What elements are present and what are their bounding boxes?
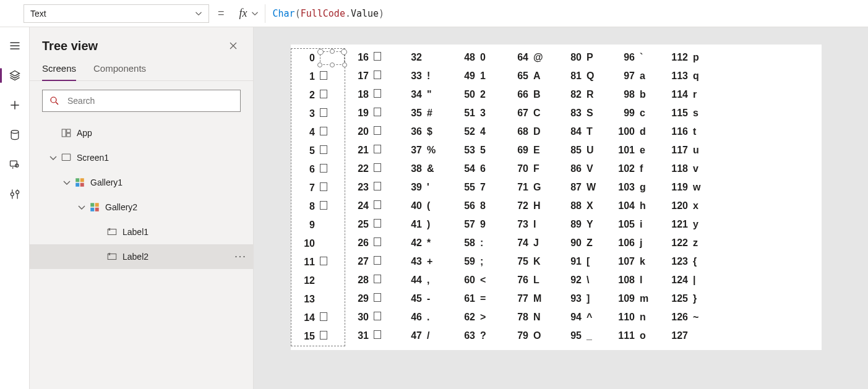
ascii-cell[interactable]: 116t (664, 122, 718, 141)
ascii-cell[interactable]: 8 (291, 197, 345, 216)
property-selector[interactable]: Text (24, 4, 209, 23)
ascii-cell[interactable]: 75K (505, 252, 558, 271)
tree-item-label2[interactable]: Label2 ··· (30, 244, 253, 269)
ascii-cell[interactable]: 24 (345, 197, 398, 215)
ascii-cell[interactable]: 29 (345, 289, 398, 308)
ascii-cell[interactable]: 101e (611, 141, 664, 160)
ascii-cell[interactable]: 110n (611, 308, 664, 327)
ascii-cell[interactable]: 74J (505, 234, 558, 252)
ascii-cell[interactable]: 126~ (664, 308, 718, 327)
ascii-cell[interactable]: 43+ (398, 252, 452, 271)
ascii-cell[interactable]: 86V (558, 160, 611, 178)
ascii-cell[interactable]: 83S (558, 104, 611, 122)
ascii-cell[interactable]: 61= (452, 289, 505, 308)
tree-view-button[interactable] (2, 63, 27, 88)
ascii-cell[interactable]: 44, (398, 271, 452, 289)
ascii-cell[interactable]: 85U (558, 141, 611, 160)
ascii-cell[interactable]: 106j (611, 234, 664, 252)
ascii-cell[interactable]: 13 (291, 290, 345, 309)
ascii-cell[interactable]: 93] (558, 289, 611, 308)
ascii-cell[interactable]: 524 (452, 122, 505, 141)
ascii-cell[interactable]: 90Z (558, 234, 611, 252)
ascii-cell[interactable]: 108l (611, 271, 664, 289)
ascii-cell[interactable]: 122z (664, 234, 718, 252)
ascii-cell[interactable]: 535 (452, 141, 505, 160)
ascii-cell[interactable]: 15 (291, 327, 345, 346)
insert-button[interactable] (2, 93, 27, 118)
ascii-cell[interactable]: 59; (452, 252, 505, 271)
data-button[interactable] (2, 122, 27, 147)
ascii-cell[interactable]: 34" (398, 85, 452, 104)
canvas-area[interactable]: 0123456789101112131415161718192021222324… (254, 27, 868, 389)
ascii-cell[interactable]: 109m (611, 289, 664, 308)
ascii-cell[interactable]: 30 (345, 308, 398, 327)
ascii-cell[interactable]: 120x (664, 197, 718, 215)
ascii-cell[interactable]: 502 (452, 85, 505, 104)
ascii-cell[interactable]: 82R (558, 85, 611, 104)
ascii-cell[interactable]: 41) (398, 215, 452, 234)
ascii-cell[interactable]: 47/ (398, 327, 452, 345)
ascii-cell[interactable]: 121y (664, 215, 718, 234)
ascii-cell[interactable]: 95_ (558, 327, 611, 345)
ascii-cell[interactable]: 64@ (505, 48, 558, 67)
ascii-cell[interactable]: 4 (291, 123, 345, 142)
ascii-cell[interactable]: 546 (452, 160, 505, 178)
media-button[interactable] (2, 152, 27, 177)
ascii-cell[interactable]: 25 (345, 215, 398, 234)
ascii-cell[interactable]: 10 (291, 234, 345, 253)
ascii-cell[interactable]: 21 (345, 141, 398, 160)
ascii-cell[interactable]: 69E (505, 141, 558, 160)
ascii-cell[interactable]: 94^ (558, 308, 611, 327)
ascii-cell[interactable]: 17 (345, 67, 398, 85)
ascii-cell[interactable]: 20 (345, 122, 398, 141)
tab-screens[interactable]: Screens (42, 63, 76, 81)
ascii-cell[interactable]: 92\ (558, 271, 611, 289)
ascii-cell[interactable]: 66B (505, 85, 558, 104)
ascii-cell[interactable]: 80P (558, 48, 611, 67)
ascii-cell[interactable]: 58: (452, 234, 505, 252)
ascii-cell[interactable]: 39' (398, 178, 452, 197)
ascii-cell[interactable]: 89Y (558, 215, 611, 234)
ascii-cell[interactable]: 65A (505, 67, 558, 85)
ascii-cell[interactable]: 114r (664, 85, 718, 104)
tree-item-label1[interactable]: Label1 (30, 220, 253, 244)
canvas[interactable]: 0123456789101112131415161718192021222324… (291, 45, 822, 350)
ascii-cell[interactable]: 84T (558, 122, 611, 141)
ascii-cell[interactable]: 35# (398, 104, 452, 122)
ascii-cell[interactable]: 9 (291, 216, 345, 234)
ascii-cell[interactable]: 568 (452, 197, 505, 215)
ascii-cell[interactable]: 63? (452, 327, 505, 345)
ascii-cell[interactable]: 81Q (558, 67, 611, 85)
search-box[interactable] (42, 90, 241, 112)
ascii-cell[interactable]: 46. (398, 308, 452, 327)
ascii-cell[interactable]: 99c (611, 104, 664, 122)
ascii-cell[interactable]: 78N (505, 308, 558, 327)
tree-item-gallery2[interactable]: Gallery2 (30, 195, 253, 220)
ascii-cell[interactable]: 60< (452, 271, 505, 289)
ascii-cell[interactable]: 557 (452, 178, 505, 197)
ascii-cell[interactable]: 1 (291, 67, 345, 86)
ascii-cell[interactable]: 37% (398, 141, 452, 160)
ascii-cell[interactable]: 96` (611, 48, 664, 67)
ascii-cell[interactable]: 104h (611, 197, 664, 215)
tree-item-app[interactable]: App (30, 121, 253, 145)
ascii-cell[interactable]: 127 (664, 327, 718, 345)
ascii-cell[interactable]: 18 (345, 85, 398, 104)
ascii-cell[interactable]: 16 (345, 48, 398, 67)
ascii-cell[interactable]: 79O (505, 327, 558, 345)
ascii-cell[interactable]: 23 (345, 178, 398, 197)
ascii-cell[interactable]: 22 (345, 160, 398, 178)
close-panel-button[interactable] (226, 38, 241, 53)
ascii-cell[interactable]: 87W (558, 178, 611, 197)
ascii-cell[interactable]: 33! (398, 67, 452, 85)
ascii-cell[interactable]: 6 (291, 160, 345, 179)
ascii-cell[interactable]: 11 (291, 253, 345, 271)
ascii-cell[interactable]: 112p (664, 48, 718, 67)
ascii-cell[interactable]: 36$ (398, 122, 452, 141)
ascii-cell[interactable]: 42* (398, 234, 452, 252)
tree-item-gallery1[interactable]: Gallery1 (30, 170, 253, 195)
ascii-cell[interactable]: 115s (664, 104, 718, 122)
ascii-cell[interactable]: 119w (664, 178, 718, 197)
ascii-cell[interactable]: 72H (505, 197, 558, 215)
hamburger-button[interactable] (2, 33, 27, 58)
